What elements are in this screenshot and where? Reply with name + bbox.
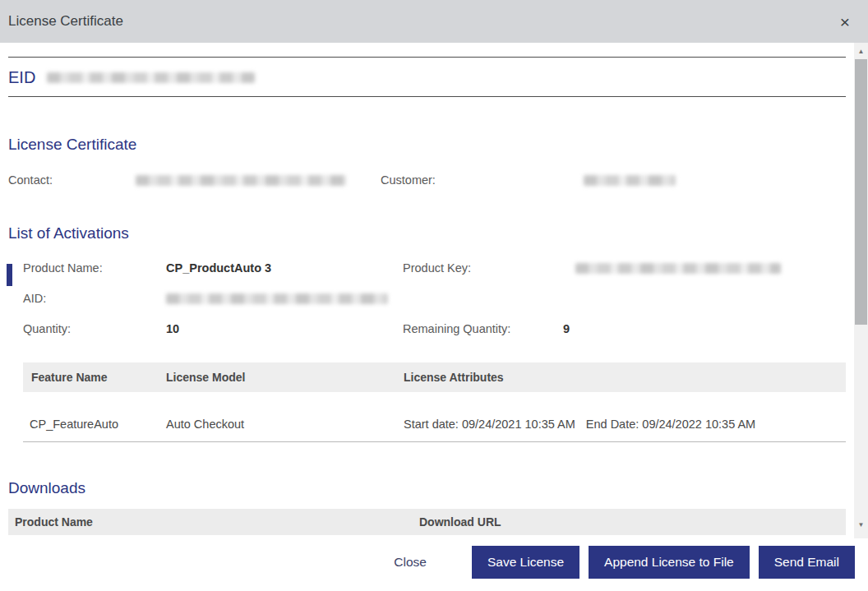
top-divider [8,57,846,58]
remaining-quantity-label: Remaining Quantity: [403,322,563,335]
eid-value-redacted [47,72,255,83]
scrollbar-thumb[interactable] [855,59,867,325]
start-date: Start date: 09/24/2021 10:35 AM [404,418,575,431]
aid-value-redacted [166,293,388,304]
end-date: End Date: 09/24/2022 10:35 AM [586,418,755,431]
vertical-scrollbar[interactable]: ▲ ▼ [854,43,868,538]
customer-label: Customer: [381,173,584,187]
quantity-label: Quantity: [23,322,166,335]
license-attributes-cell: Start date: 09/24/2021 10:35 AM End Date… [404,418,755,431]
product-key-value-redacted [575,263,781,274]
license-certificate-dialog: License Certificate × EID License Certif… [0,0,868,591]
feature-table-header: Feature Name License Model License Attri… [23,362,846,392]
eid-label: EID [8,68,35,87]
col-product-name: Product Name [15,515,419,529]
downloads-table-header: Product Name Download URL [8,509,846,535]
col-download-url: Download URL [419,515,501,529]
send-email-button[interactable]: Send Email [759,546,855,579]
customer-value-redacted [584,175,676,186]
aid-label: AID: [23,292,166,305]
activation-accent-bar [7,264,12,286]
feature-name-cell: CP_FeatureAuto [30,418,166,431]
eid-divider [8,96,846,97]
scroll-up-icon[interactable]: ▲ [854,44,868,58]
feature-table: Feature Name License Model License Attri… [23,362,846,442]
col-license-model: License Model [166,371,404,384]
customer-field: Customer: [381,173,846,187]
close-icon[interactable]: × [837,12,853,32]
dialog-footer: Close Save License Append License to Fil… [0,538,868,591]
dialog-body: EID License Certificate Contact: Custome… [0,43,854,538]
eid-row: EID [8,68,846,87]
product-key-label: Product Key: [403,261,563,275]
append-license-to-file-button[interactable]: Append License to File [589,546,750,579]
scroll-down-icon[interactable]: ▼ [854,518,868,532]
contact-label: Contact: [8,173,136,187]
dialog-header: License Certificate × [0,0,868,43]
aid-row: AID: [23,292,846,305]
col-feature-name: Feature Name [31,371,166,384]
dialog-title: License Certificate [8,13,123,30]
license-model-cell: Auto Checkout [166,418,404,431]
license-certificate-heading: License Certificate [8,136,846,154]
contact-field: Contact: [8,173,381,187]
remaining-quantity-value: 9 [563,322,570,335]
quantity-value: 10 [166,322,179,335]
feature-table-row: CP_FeatureAuto Auto Checkout Start date:… [23,392,846,442]
activation-block: Product Name: CP_ProductAuto 3 Product K… [8,261,846,335]
quantity-row: Quantity: 10 Remaining Quantity: 9 [23,322,846,335]
contact-customer-row: Contact: Customer: [8,173,846,187]
list-of-activations-heading: List of Activations [8,224,846,242]
col-license-attributes: License Attributes [404,371,504,384]
close-button[interactable]: Close [394,555,427,570]
product-name-label: Product Name: [23,261,166,275]
product-row: Product Name: CP_ProductAuto 3 Product K… [23,261,846,275]
contact-value-redacted [136,175,346,186]
downloads-heading: Downloads [8,479,846,497]
product-name-value: CP_ProductAuto 3 [166,261,271,275]
save-license-button[interactable]: Save License [472,546,579,579]
